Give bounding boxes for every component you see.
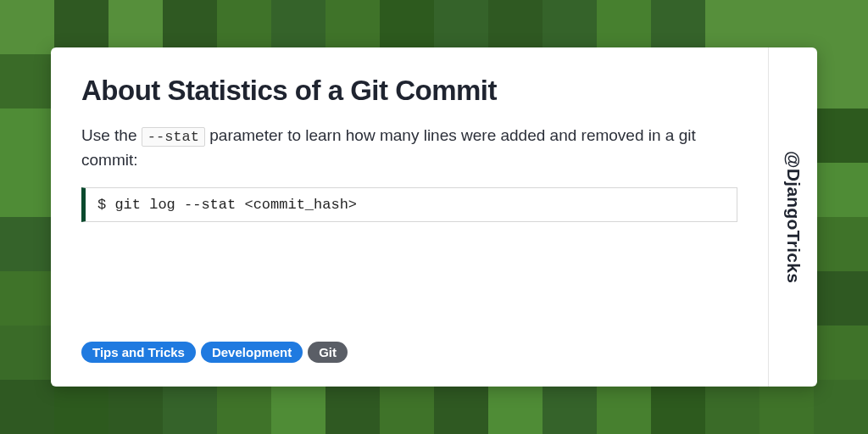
content-card: About Statistics of a Git Commit Use the… <box>51 47 817 387</box>
tag-tips-and-tricks[interactable]: Tips and Tricks <box>81 342 196 363</box>
page-title: About Statistics of a Git Commit <box>81 75 737 107</box>
inline-code-param: --stat <box>142 127 205 147</box>
description-text: Use the --stat parameter to learn how ma… <box>81 124 737 172</box>
author-handle: @DjangoTricks <box>783 151 804 283</box>
tag-git[interactable]: Git <box>308 342 348 363</box>
description-pre: Use the <box>81 126 142 144</box>
tag-development[interactable]: Development <box>201 342 303 363</box>
spacer <box>81 222 737 342</box>
tag-list: Tips and TricksDevelopmentGit <box>81 342 737 363</box>
sidebar: @DjangoTricks <box>768 47 817 387</box>
code-block: $ git log --stat <commit_hash> <box>81 187 737 222</box>
main-content: About Statistics of a Git Commit Use the… <box>51 47 768 387</box>
